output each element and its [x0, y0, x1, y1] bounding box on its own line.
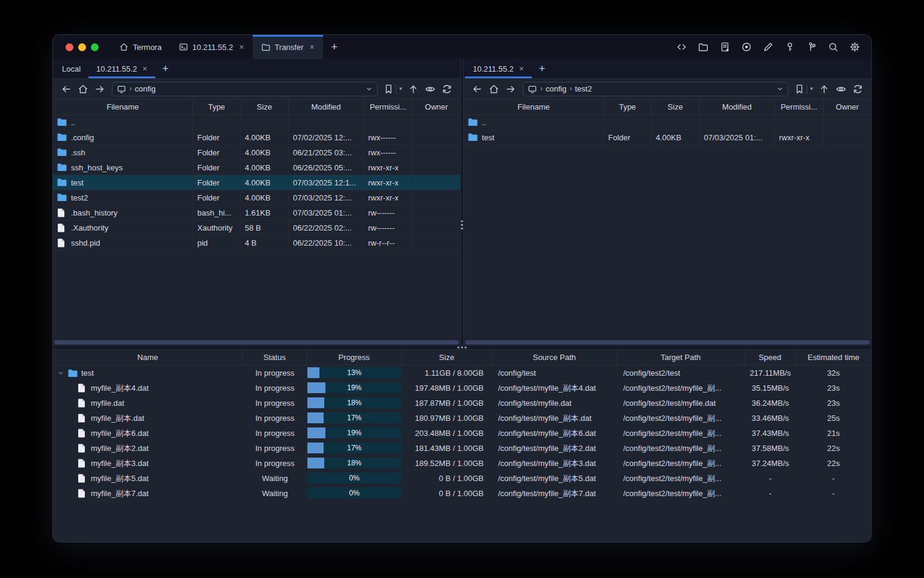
zoom-window-button[interactable]: [91, 43, 99, 51]
refresh-button[interactable]: [439, 81, 455, 96]
panel-tab-10-211-55-2[interactable]: 10.211.55.2 ×: [88, 59, 155, 78]
column-header[interactable]: Filename: [53, 99, 193, 114]
folder-icon: [57, 193, 67, 202]
branch-button[interactable]: [803, 39, 819, 55]
new-tab-button[interactable]: +: [323, 35, 346, 59]
search-button[interactable]: [825, 39, 841, 55]
panel-tab-local[interactable]: Local: [54, 59, 88, 78]
chevron-down-icon[interactable]: [776, 85, 784, 93]
close-icon[interactable]: ×: [143, 64, 147, 73]
column-header[interactable]: Progress: [307, 350, 402, 365]
show-hidden-button[interactable]: [422, 81, 438, 96]
new-panel-tab-button[interactable]: +: [532, 59, 552, 78]
record-button[interactable]: [738, 39, 754, 55]
path-breadcrumb-field[interactable]: ›config: [112, 82, 378, 96]
forward-button[interactable]: [92, 81, 108, 96]
settings-button[interactable]: [846, 39, 863, 55]
column-header[interactable]: Owner: [824, 99, 871, 114]
transfer-row[interactable]: myfile_副本6.dat In progress 19% 203.48MB …: [53, 426, 871, 441]
column-header[interactable]: Name: [53, 350, 243, 365]
file-row[interactable]: test2 Folder 4.00KB 07/03/2025 12:... rw…: [53, 190, 460, 205]
column-header[interactable]: Permissi...: [364, 99, 413, 114]
chevron-down-icon[interactable]: [365, 85, 373, 93]
file-table-body: .. test Folder 4.00KB 07/03/2025 01:... …: [464, 115, 871, 227]
new-panel-tab-button[interactable]: +: [155, 59, 176, 78]
back-button[interactable]: [58, 81, 74, 96]
breadcrumb-separator: ›: [540, 84, 543, 93]
file-row[interactable]: .bash_history bash_hi... 1.61KB 07/03/20…: [53, 205, 460, 220]
transfer-row[interactable]: test In progress 13% 1.11GB / 8.00GB /co…: [53, 365, 871, 381]
column-header[interactable]: Modified: [289, 99, 364, 114]
column-header[interactable]: Target Path: [617, 350, 745, 365]
column-header[interactable]: Type: [604, 99, 651, 114]
show-hidden-button[interactable]: [833, 81, 849, 96]
log-button[interactable]: [716, 39, 733, 55]
breadcrumb-segment[interactable]: config: [546, 84, 567, 93]
file-row[interactable]: ssh_host_keys Folder 4.00KB 06/26/2025 0…: [53, 160, 460, 175]
file-row[interactable]: test Folder 4.00KB 07/03/2025 12:1... rw…: [53, 175, 460, 190]
breadcrumb-segment[interactable]: config: [135, 84, 156, 93]
transfer-row[interactable]: myfile_副本4.dat In progress 19% 197.48MB …: [53, 381, 871, 396]
column-header[interactable]: Speed: [745, 350, 796, 365]
breadcrumb-segment[interactable]: test2: [575, 84, 592, 93]
horizontal-scrollbar[interactable]: [464, 339, 871, 345]
column-header[interactable]: Owner: [413, 99, 460, 114]
file-row[interactable]: .ssh Folder 4.00KB 06/21/2025 03:... rwx…: [53, 145, 460, 160]
vertical-splitter[interactable]: [460, 59, 464, 345]
column-header[interactable]: Type: [193, 99, 241, 114]
expand-chevron-icon[interactable]: [57, 370, 64, 377]
minimize-window-button[interactable]: [78, 43, 86, 51]
column-header[interactable]: Filename: [464, 99, 604, 114]
code-button[interactable]: [673, 39, 689, 55]
column-header[interactable]: Estimated time: [796, 350, 871, 365]
close-icon[interactable]: ×: [519, 64, 524, 73]
column-header[interactable]: Source Path: [492, 350, 617, 365]
folder-outline-button[interactable]: [695, 39, 711, 55]
transfer-row[interactable]: myfile.dat In progress 18% 187.87MB / 1.…: [53, 396, 871, 411]
column-header[interactable]: Size: [241, 99, 289, 114]
panel-tab-10-211-55-2[interactable]: 10.211.55.2 ×: [465, 59, 532, 78]
parent-directory-button[interactable]: [405, 81, 421, 96]
close-icon[interactable]: ×: [239, 43, 244, 51]
window-tab-termora[interactable]: Termora: [111, 35, 170, 59]
traffic-lights: [53, 35, 111, 59]
search-icon: [828, 42, 839, 52]
back-button[interactable]: [469, 81, 485, 96]
path-breadcrumb-field[interactable]: ›config›test2: [523, 82, 789, 96]
folder-outline-icon: [261, 42, 271, 52]
horizontal-splitter[interactable]: [53, 345, 871, 350]
home-button[interactable]: [75, 81, 91, 96]
key-button[interactable]: [781, 39, 798, 55]
edit-button[interactable]: [760, 39, 776, 55]
transfer-row[interactable]: myfile_副本3.dat In progress 18% 189.52MB …: [53, 456, 871, 471]
column-header[interactable]: Size: [402, 350, 492, 365]
file-row[interactable]: .config Folder 4.00KB 07/02/2025 12:... …: [53, 130, 460, 145]
transfer-row[interactable]: myfile_副本7.dat Waiting 0% 0 B / 1.00GB /…: [53, 486, 871, 501]
file-row[interactable]: ..: [464, 115, 871, 130]
horizontal-scrollbar[interactable]: [53, 339, 460, 345]
scrollbar-thumb[interactable]: [54, 340, 459, 344]
file-icon: [78, 414, 87, 423]
file-row[interactable]: test Folder 4.00KB 07/03/2025 01:... rwx…: [464, 130, 871, 145]
transfer-row[interactable]: myfile_副本5.dat Waiting 0% 0 B / 1.00GB /…: [53, 471, 871, 486]
transfer-row[interactable]: myfile_副本2.dat In progress 17% 181.43MB …: [53, 441, 871, 456]
scrollbar-thumb[interactable]: [465, 340, 870, 344]
breadcrumb-separator: ›: [129, 84, 132, 93]
record-icon: [741, 42, 752, 52]
file-row[interactable]: ..: [53, 115, 460, 130]
home-button[interactable]: [486, 81, 502, 96]
column-header[interactable]: Modified: [700, 99, 775, 114]
column-header[interactable]: Size: [651, 99, 700, 114]
forward-button[interactable]: [503, 81, 519, 96]
window-tab-transfer[interactable]: Transfer ×: [253, 35, 323, 59]
window-tab-10-211-55-2[interactable]: 10.211.55.2 ×: [170, 35, 253, 59]
bookmark-button[interactable]: ▼: [793, 81, 815, 96]
refresh-button[interactable]: [850, 81, 866, 96]
parent-directory-button[interactable]: [816, 81, 832, 96]
column-header[interactable]: Permissi...: [775, 99, 824, 114]
transfer-row[interactable]: myfile_副本.dat In progress 17% 180.97MB /…: [53, 411, 871, 426]
close-window-button[interactable]: [66, 43, 73, 51]
close-icon[interactable]: ×: [310, 43, 315, 51]
bookmark-button[interactable]: ▼: [382, 81, 404, 96]
column-header[interactable]: Status: [243, 350, 307, 365]
